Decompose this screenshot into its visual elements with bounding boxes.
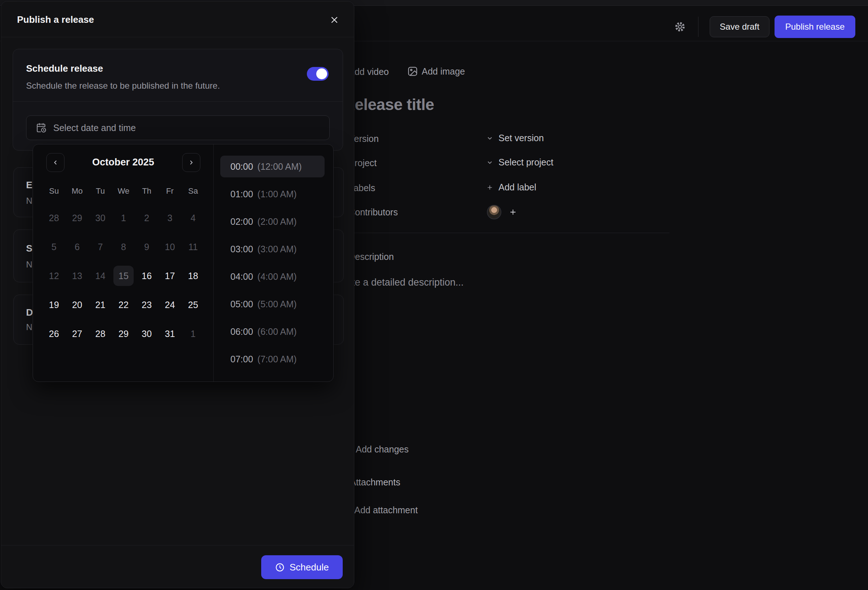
calendar-day-cell: 12 <box>42 261 66 290</box>
screen: Save draft Publish release Add video Add… <box>0 0 868 590</box>
calendar-day-6: 6 <box>67 237 87 257</box>
time-list: 00:00(12:00 AM)01:00(1:00 AM)02:00(2:00 … <box>220 156 325 370</box>
time-value: 05:00 <box>230 299 253 309</box>
add-attachment-label: Add attachment <box>354 505 418 515</box>
release-title-input[interactable]: Release title <box>344 96 434 114</box>
calendar-day-27[interactable]: 27 <box>67 324 87 344</box>
calendar-day-cell: 30 <box>89 203 112 232</box>
time-meridiem: (2:00 AM) <box>258 216 297 227</box>
time-value: 03:00 <box>230 244 253 255</box>
modal-title: Publish a release <box>17 14 94 25</box>
time-meridiem: (3:00 AM) <box>258 244 297 255</box>
next-month-button[interactable] <box>182 153 200 172</box>
datetime-picker-popover: October 2025 SuMoTuWeThFrSa 282930123456… <box>32 144 334 382</box>
calendar-day-21[interactable]: 21 <box>90 295 111 315</box>
calendar-day-cell: 22 <box>112 290 135 319</box>
time-option-04:00[interactable]: 04:00(4:00 AM) <box>220 266 325 287</box>
add-label-button[interactable]: Add label <box>486 182 536 193</box>
schedule-button-label: Schedule <box>289 562 329 573</box>
setting-card-2-heading: S <box>26 243 32 254</box>
save-draft-button[interactable]: Save draft <box>710 16 769 37</box>
settings-button[interactable] <box>674 21 686 33</box>
modal-footer-divider <box>1 545 354 546</box>
weekday-label: Tu <box>89 186 112 197</box>
time-option-05:00[interactable]: 05:00(5:00 AM) <box>220 293 325 315</box>
calendar-day-cell: 27 <box>66 319 89 348</box>
add-video-label: Add video <box>348 66 389 77</box>
add-image-button[interactable]: Add image <box>407 66 465 77</box>
calendar-day-30[interactable]: 30 <box>137 324 157 344</box>
time-value: 06:00 <box>230 327 253 337</box>
calendar-day-18[interactable]: 18 <box>183 266 203 286</box>
calendar-day-cell: 6 <box>66 232 89 261</box>
calendar-day-24[interactable]: 24 <box>160 295 180 315</box>
calendar-day-23[interactable]: 23 <box>137 295 157 315</box>
weekday-row: SuMoTuWeThFrSa <box>42 186 205 197</box>
time-option-02:00[interactable]: 02:00(2:00 AM) <box>220 211 325 232</box>
add-contributor-button[interactable] <box>508 207 518 217</box>
time-value: 01:00 <box>230 189 253 199</box>
schedule-release-title: Schedule release <box>26 63 103 74</box>
time-option-00:00[interactable]: 00:00(12:00 AM) <box>220 156 325 177</box>
calendar-day-26[interactable]: 26 <box>44 324 64 344</box>
select-project-button[interactable]: Select project <box>486 157 553 168</box>
datetime-input[interactable]: Select date and time <box>26 115 330 140</box>
set-version-button[interactable]: Set version <box>486 133 544 143</box>
calendar-day-15: 15 <box>114 266 134 286</box>
calendar-day-17[interactable]: 17 <box>160 266 180 286</box>
calendar-day-20[interactable]: 20 <box>67 295 87 315</box>
calendar-day-cell: 25 <box>182 290 205 319</box>
time-value: 02:00 <box>230 216 253 227</box>
calendar-day-19[interactable]: 19 <box>44 295 64 315</box>
calendar-day-31[interactable]: 31 <box>160 324 180 344</box>
calendar-day-cell: 2 <box>135 203 158 232</box>
previous-month-button[interactable] <box>46 153 65 172</box>
time-meridiem: (4:00 AM) <box>258 271 297 282</box>
contributor-avatar[interactable] <box>487 205 501 219</box>
calendar-day-cell: 11 <box>182 232 205 261</box>
calendar-day-25[interactable]: 25 <box>183 295 203 315</box>
calendar-day-cell: 21 <box>89 290 112 319</box>
time-option-06:00[interactable]: 06:00(6:00 AM) <box>220 321 325 343</box>
plus-icon <box>486 184 493 191</box>
calendar-day-22[interactable]: 22 <box>114 295 134 315</box>
weekday-label: Fr <box>158 186 182 197</box>
time-value: 04:00 <box>230 271 253 282</box>
calendar-day-cell: 3 <box>158 203 182 232</box>
time-option-01:00[interactable]: 01:00(1:00 AM) <box>220 183 325 205</box>
time-value: 00:00 <box>230 162 253 172</box>
close-modal-button[interactable] <box>328 13 341 26</box>
calendar-day-cell: 31 <box>158 319 182 348</box>
set-version-label: Set version <box>499 133 544 143</box>
calendar-day-16[interactable]: 16 <box>137 266 157 286</box>
calendar-day-cell: 29 <box>66 203 89 232</box>
close-icon <box>330 15 339 25</box>
plus-icon <box>509 208 517 216</box>
publish-release-button[interactable]: Publish release <box>775 16 855 38</box>
calendar-grid: 2829301234567891011121314151617181920212… <box>42 203 205 348</box>
calendar-day-28[interactable]: 28 <box>90 324 111 344</box>
calendar-day-13: 13 <box>67 266 87 286</box>
calendar-day-9: 9 <box>137 237 157 257</box>
time-option-03:00[interactable]: 03:00(3:00 AM) <box>220 238 325 260</box>
time-option-07:00[interactable]: 07:00(7:00 AM) <box>220 348 325 370</box>
select-project-label: Select project <box>499 157 553 168</box>
calendar-day-cell: 20 <box>66 290 89 319</box>
time-meridiem: (12:00 AM) <box>258 162 302 172</box>
calendar-day-3: 3 <box>160 208 180 228</box>
description-input[interactable]: Write a detailed description... <box>338 277 464 288</box>
setting-card-3-subtext: N <box>26 322 32 332</box>
calendar-day-cell: 19 <box>42 290 66 319</box>
calendar-day-29[interactable]: 29 <box>114 324 134 344</box>
calendar-day-cell: 9 <box>135 232 158 261</box>
weekday-label: Su <box>42 186 66 197</box>
calendar-day-cell: 14 <box>89 261 112 290</box>
calendar-day-cell: 1 <box>182 319 205 348</box>
popover-divider <box>213 144 214 381</box>
time-meridiem: (7:00 AM) <box>258 354 297 365</box>
card-divider <box>13 102 343 102</box>
schedule-button[interactable]: Schedule <box>261 555 343 579</box>
schedule-release-card: Schedule release Schedule the release to… <box>13 49 343 150</box>
schedule-release-toggle[interactable] <box>307 67 329 81</box>
add-label-label: Add label <box>499 182 536 193</box>
